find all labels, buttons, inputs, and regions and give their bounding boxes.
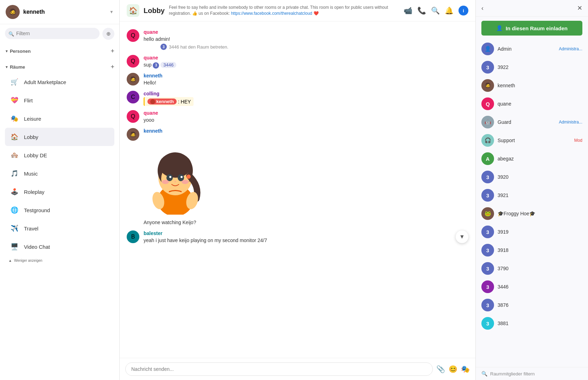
svg-point-13	[175, 181, 176, 182]
member-avatar-kenneth: 🧔	[481, 79, 494, 92]
room-name-adult-marketplace: Adult Marketplace	[24, 79, 66, 85]
sidebar-username: kenneth	[23, 9, 106, 15]
room-name-leisure: Leisure	[24, 116, 41, 122]
sidebar-item-video-chat[interactable]: 🖥️ Video Chat	[5, 238, 114, 256]
room-icon-video-chat: 🖥️	[8, 241, 20, 253]
sidebar-item-leisure[interactable]: 🎭 Leisure	[5, 109, 114, 128]
message-input[interactable]	[125, 362, 433, 376]
member-avatar-support: 🎧	[481, 134, 494, 147]
sidebar-item-roleplay[interactable]: 🕹️ Roleplay	[5, 183, 114, 201]
member-item-3790[interactable]: 3 3790	[476, 259, 588, 278]
sidebar-item-music[interactable]: 🎵 Music	[5, 164, 114, 183]
member-item-3922[interactable]: 3 3922	[476, 58, 588, 76]
member-item-kenneth[interactable]: 🧔 kenneth	[476, 76, 588, 95]
member-item-3921[interactable]: 3 3921	[476, 186, 588, 204]
member-item-guard[interactable]: 🤖 Guard Administra...	[476, 113, 588, 131]
sidebar-header: 🧔 kenneth ▼	[0, 0, 119, 24]
add-room-button[interactable]: +	[110, 63, 114, 71]
add-person-button[interactable]: +	[110, 48, 114, 55]
phone-icon[interactable]: 📞	[417, 6, 426, 15]
member-item-3446[interactable]: 3 3446	[476, 278, 588, 296]
system-message: 3 3446 hat den Raum betreten.	[144, 43, 468, 51]
room-name-roleplay: Roleplay	[24, 189, 44, 195]
member-name-kenneth: kenneth	[498, 83, 582, 88]
member-item-3919[interactable]: 3 3919	[476, 223, 588, 241]
gif-icon[interactable]: 🎭	[461, 365, 470, 373]
video-icon[interactable]: 📹	[404, 6, 412, 15]
explore-icon: ⊕	[106, 31, 111, 37]
message-text: Anyone watching Keijo?	[144, 219, 468, 226]
member-item-quane[interactable]: Q quane	[476, 95, 588, 113]
sidebar-item-testground[interactable]: 🌐 Testground	[5, 201, 114, 219]
room-icon-flirt: 💝	[8, 94, 20, 106]
explore-button[interactable]: ⊕	[102, 28, 114, 40]
search-input[interactable]	[5, 28, 100, 39]
sidebar-item-flirt[interactable]: 💝 Flirt	[5, 91, 114, 109]
message-row: 🧔 kenneth Hello!	[127, 71, 468, 89]
message-row: C colling kenneth : HEY	[127, 89, 468, 108]
member-item-3920[interactable]: 3 3920	[476, 168, 588, 186]
chat-header: 🏠 Lobby Feel free to say hello and invit…	[120, 0, 475, 21]
back-button[interactable]: ‹	[481, 5, 483, 12]
message-text: sup 3 3446	[144, 61, 468, 69]
less-button[interactable]: ▲ Weniger anzeigen	[5, 256, 114, 265]
sidebar-item-lobby[interactable]: 🏠 Lobby	[5, 128, 114, 146]
sidebar-search-area: 🔍 ⊕	[0, 24, 119, 43]
member-avatar-3876: 3	[481, 299, 494, 311]
invite-button[interactable]: 👤 In diesen Raum einladen	[481, 21, 582, 36]
close-button[interactable]: ✕	[577, 4, 582, 12]
avatar: Q	[127, 110, 139, 123]
sidebar-item-adult-marketplace[interactable]: 🛒 Adult Marketplace	[5, 73, 114, 91]
message-content: kenneth Hello!	[144, 73, 468, 87]
member-item-froggy[interactable]: 🐸 🎓Froggy Hoe🎓	[476, 204, 588, 223]
room-name-testground: Testground	[24, 207, 50, 213]
raeume-label: ▼ Räume	[5, 64, 25, 70]
message-row: Q quane sup 3 3446	[127, 53, 468, 71]
personen-section: ▼ Personen +	[0, 43, 119, 59]
member-list: 👤 Admin Administra... 3 3922 🧔 kenneth Q…	[476, 40, 588, 367]
member-item-abegaz[interactable]: A abegaz	[476, 150, 588, 168]
member-item-3918[interactable]: 3 3918	[476, 241, 588, 259]
message-content: colling kenneth : HEY	[144, 91, 468, 106]
svg-point-5	[159, 153, 191, 178]
room-icon-lobby: 🏠	[8, 131, 20, 143]
member-name-admin: Admin	[498, 46, 555, 52]
sidebar: 🧔 kenneth ▼ 🔍 ⊕ ▼ Personen + ▼ Räume +	[0, 0, 120, 380]
room-list: 🛒 Adult Marketplace 💝 Flirt 🎭 Leisure 🏠 …	[5, 73, 114, 256]
search-header-icon[interactable]: 🔍	[431, 6, 440, 15]
attachment-icon[interactable]: 📎	[436, 365, 445, 373]
member-avatar-3790: 3	[481, 262, 494, 275]
avatar: C	[127, 91, 139, 103]
avatar: Q	[127, 55, 139, 68]
right-panel-header: ‹ ✕	[476, 0, 588, 17]
chevron-down-icon[interactable]: ▼	[109, 10, 114, 14]
message-content: balester yeah i just have keijo playing …	[144, 230, 448, 244]
member-name-3920: 3920	[498, 174, 582, 180]
member-item-support[interactable]: 🎧 Support Mod	[476, 131, 588, 150]
info-icon[interactable]: i	[459, 6, 468, 15]
member-item-3876[interactable]: 3 3876	[476, 296, 588, 314]
member-avatar-3881: 3	[481, 317, 494, 330]
member-avatar-3920: 3	[481, 171, 494, 183]
caret-icon: ▼	[5, 49, 8, 53]
facebook-link[interactable]: https://www.facebook.com/therealchatclou…	[231, 11, 312, 16]
sidebar-item-travel[interactable]: ✈️ Travel	[5, 219, 114, 238]
member-item-admin[interactable]: 👤 Admin Administra...	[476, 40, 588, 58]
message-username: colling	[144, 91, 468, 96]
room-icon-music: 🎵	[8, 167, 20, 179]
notification-icon[interactable]: 🔔	[445, 6, 454, 15]
member-avatar-froggy: 🐸	[481, 207, 494, 220]
message-text: yeah i just have keijo playing on my sec…	[144, 237, 448, 244]
member-avatar-3922: 3	[481, 61, 494, 74]
sidebar-item-lobby-de[interactable]: 🏘️ Lobby DE	[5, 146, 114, 164]
scroll-down-button[interactable]: ▼	[456, 230, 468, 243]
member-item-3881[interactable]: 3 3881	[476, 314, 588, 332]
member-name-3921: 3921	[498, 192, 582, 198]
avatar: Q	[127, 29, 139, 42]
member-name-3446: 3446	[498, 284, 582, 290]
member-name-3919: 3919	[498, 229, 582, 235]
member-avatar-quane: Q	[481, 97, 494, 110]
emoji-icon[interactable]: 😊	[449, 365, 457, 373]
user-avatar[interactable]: 🧔	[6, 5, 20, 19]
search-members-bar[interactable]: 🔍 Raummitglieder filtern	[476, 367, 588, 380]
